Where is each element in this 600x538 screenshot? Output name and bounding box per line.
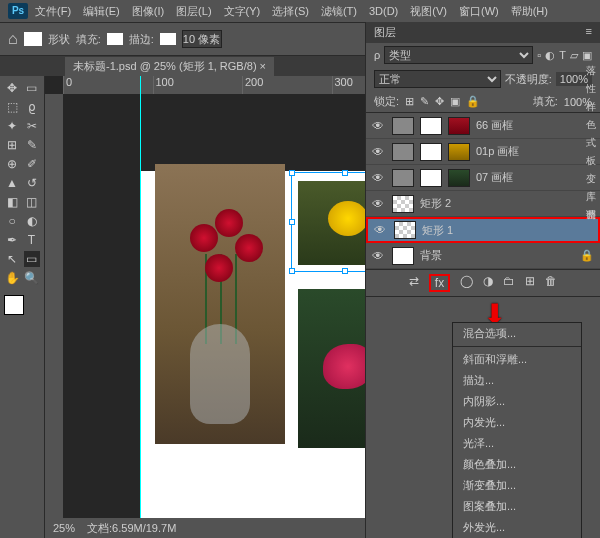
rectangle-tool-icon[interactable]: ▭ [24,251,40,267]
filter-shape-icon[interactable]: ▱ [570,49,578,62]
visibility-icon[interactable]: 👁 [372,197,386,211]
fx-inner-glow[interactable]: 内发光... [453,412,581,433]
menu-type[interactable]: 文字(Y) [219,2,266,21]
menu-help[interactable]: 帮助(H) [506,2,553,21]
layer-row[interactable]: 👁 01p 画框 [366,139,600,165]
group-icon[interactable]: 🗀 [503,274,515,292]
artboard-tool-icon[interactable]: ▭ [24,80,40,96]
layer-name[interactable]: 01p 画框 [476,144,594,159]
menu-image[interactable]: 图像(I) [127,2,169,21]
side-tab[interactable]: 色 [581,109,599,113]
stroke-swatch[interactable] [160,33,176,45]
history-brush-icon[interactable]: ↺ [24,175,40,191]
zoom-level[interactable]: 25% [53,522,75,534]
menu-3d[interactable]: 3D(D) [364,3,403,19]
layer-row-selected[interactable]: 👁 矩形 1 [366,217,600,243]
layer-name[interactable]: 矩形 1 [422,223,592,238]
panel-menu-icon[interactable]: ≡ [586,25,592,40]
heal-tool-icon[interactable]: ⊕ [4,156,20,172]
fx-outer-glow[interactable]: 外发光... [453,517,581,538]
fill-swatch[interactable] [107,33,123,45]
filter-pixel-icon[interactable]: ▫ [537,49,541,61]
side-tab[interactable]: 调整 [581,199,599,203]
gradient-tool-icon[interactable]: ◫ [24,194,40,210]
tab-close-icon[interactable]: × [260,60,266,72]
adjustment-icon[interactable]: ◑ [483,274,493,292]
layer-row[interactable]: 👁 07 画框 [366,165,600,191]
visibility-icon[interactable]: 👁 [372,145,386,159]
menu-layer[interactable]: 图层(L) [171,2,216,21]
path-tool-icon[interactable]: ↖ [4,251,20,267]
visibility-icon[interactable]: 👁 [372,119,386,133]
fx-icon[interactable]: fx [429,274,450,292]
menu-file[interactable]: 文件(F) [30,2,76,21]
delete-icon[interactable]: 🗑 [545,274,557,292]
type-tool-icon[interactable]: T [24,232,40,248]
side-tab[interactable]: 性 [581,73,599,77]
eyedropper-tool-icon[interactable]: ✎ [24,137,40,153]
layer-thumb [448,117,470,135]
crop-tool-icon[interactable]: ✂ [24,118,40,134]
layer-row[interactable]: 👁 背景 🔒 [366,243,600,269]
home-icon[interactable]: ⌂ [8,30,18,48]
side-tab[interactable]: 库 [581,181,599,185]
link-icon[interactable]: ⇄ [409,274,419,292]
fx-stroke[interactable]: 描边... [453,370,581,391]
eraser-tool-icon[interactable]: ◧ [4,194,20,210]
frame-tool-icon[interactable]: ⊞ [4,137,20,153]
blur-tool-icon[interactable]: ○ [4,213,20,229]
layer-row[interactable]: 👁 66 画框 [366,113,600,139]
menu-edit[interactable]: 编辑(E) [78,2,125,21]
lasso-tool-icon[interactable]: ϱ [24,99,40,115]
zoom-tool-icon[interactable]: 🔍 [24,270,40,286]
visibility-icon[interactable]: 👁 [374,223,388,237]
stamp-tool-icon[interactable]: ▲ [4,175,20,191]
color-swatch[interactable] [4,295,40,315]
marquee-tool-icon[interactable]: ⬚ [4,99,20,115]
blend-mode-select[interactable]: 正常 [374,70,501,88]
lock-pixels-icon[interactable]: ✎ [420,95,429,108]
mask-icon[interactable]: ◯ [460,274,473,292]
menu-view[interactable]: 视图(V) [405,2,452,21]
fx-satin[interactable]: 光泽... [453,433,581,454]
layer-name[interactable]: 07 画框 [476,170,594,185]
fx-pattern-overlay[interactable]: 图案叠加... [453,496,581,517]
menu-filter[interactable]: 滤镜(T) [316,2,362,21]
fx-gradient-overlay[interactable]: 渐变叠加... [453,475,581,496]
filter-adjust-icon[interactable]: ◐ [545,49,555,62]
pen-tool-icon[interactable]: ✒ [4,232,20,248]
filter-type-icon[interactable]: T [559,49,566,61]
lock-position-icon[interactable]: ✥ [435,95,444,108]
layer-row[interactable]: 👁 矩形 2 [366,191,600,217]
brush-tool-icon[interactable]: ✐ [24,156,40,172]
wand-tool-icon[interactable]: ✦ [4,118,20,134]
fx-bevel[interactable]: 斜面和浮雕... [453,349,581,370]
layer-kind-select[interactable]: 类型 [384,46,533,64]
guide-line[interactable] [140,76,141,538]
lock-all-icon[interactable]: 🔒 [466,95,480,108]
new-layer-icon[interactable]: ⊞ [525,274,535,292]
side-tab[interactable]: 式 [581,127,599,131]
layer-name[interactable]: 背景 [420,248,574,263]
fx-blending-options[interactable]: 混合选项... [453,323,581,344]
dodge-tool-icon[interactable]: ◐ [24,213,40,229]
hand-tool-icon[interactable]: ✋ [4,270,20,286]
shape-preview[interactable] [24,32,42,46]
document-tab[interactable]: 未标题-1.psd @ 25% (矩形 1, RGB/8) × [65,57,274,76]
fx-inner-shadow[interactable]: 内阴影... [453,391,581,412]
visibility-icon[interactable]: 👁 [372,171,386,185]
lock-artboard-icon[interactable]: ▣ [450,95,460,108]
menu-select[interactable]: 选择(S) [267,2,314,21]
side-tab[interactable]: 落 [581,55,599,59]
stroke-width-input[interactable] [182,30,222,48]
lock-transparent-icon[interactable]: ⊞ [405,95,414,108]
side-tab[interactable]: 板 [581,145,599,149]
move-tool-icon[interactable]: ✥ [4,80,20,96]
visibility-icon[interactable]: 👁 [372,249,386,263]
layer-name[interactable]: 66 画框 [476,118,594,133]
side-tab[interactable]: 样 [581,91,599,95]
menu-window[interactable]: 窗口(W) [454,2,504,21]
side-tab[interactable]: 变 [581,163,599,167]
fx-color-overlay[interactable]: 颜色叠加... [453,454,581,475]
layer-name[interactable]: 矩形 2 [420,196,594,211]
